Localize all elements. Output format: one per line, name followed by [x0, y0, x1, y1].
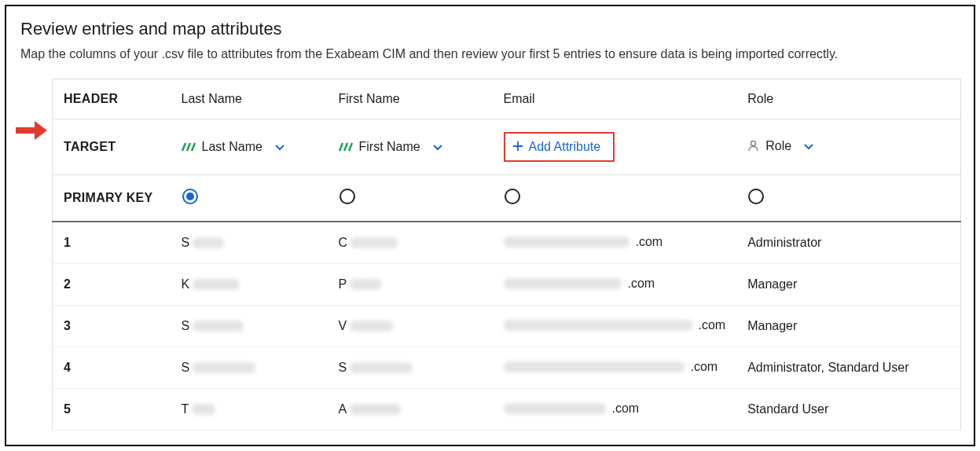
row-index: 4 — [53, 347, 171, 389]
stripes-icon — [339, 142, 353, 152]
target-label: Role — [765, 139, 791, 153]
cell-last-name: K — [182, 277, 240, 292]
header-role: Role — [736, 79, 960, 119]
table-row: 4 S S .com Administrator, Standard User — [53, 347, 961, 389]
plus-icon — [513, 140, 523, 154]
target-row: TARGET Last Name — [53, 119, 961, 175]
cell-first-name: P — [339, 277, 382, 292]
table-row: 5 T A .com Standard User — [53, 389, 961, 431]
svg-point-11 — [749, 189, 763, 204]
header-last-name: Last Name — [171, 79, 328, 119]
cell-last-name: S — [182, 236, 225, 250]
chevron-down-icon — [804, 139, 813, 153]
target-label: Last Name — [202, 140, 262, 154]
primary-key-radio-role[interactable] — [747, 188, 765, 205]
row-index: 1 — [53, 222, 171, 264]
cell-email: .com — [504, 318, 726, 332]
primary-key-row: PRIMARY KEY — [53, 175, 961, 222]
row-index: 2 — [53, 264, 171, 306]
primary-key-row-label: PRIMARY KEY — [53, 175, 171, 222]
cell-email: .com — [504, 402, 640, 416]
svg-point-8 — [186, 192, 194, 200]
add-attribute-label: Add Attribute — [529, 140, 601, 154]
cell-first-name: A — [339, 402, 402, 416]
page-title: Review entries and map attributes — [20, 19, 961, 39]
row-index: 3 — [53, 306, 171, 347]
person-icon — [747, 140, 759, 152]
cell-role: Administrator, Standard User — [736, 347, 960, 389]
chevron-down-icon — [433, 140, 442, 154]
target-label: First Name — [359, 140, 420, 154]
mapping-table: HEADER Last Name First Name Email Role T… — [52, 79, 961, 431]
chevron-down-icon — [275, 140, 284, 154]
target-row-label: TARGET — [53, 119, 171, 175]
cell-last-name: T — [182, 402, 216, 416]
cell-first-name: C — [339, 236, 398, 250]
svg-line-5 — [349, 143, 352, 151]
cell-first-name: V — [339, 319, 394, 333]
cell-first-name: S — [339, 361, 413, 375]
cell-email: .com — [504, 235, 663, 249]
table-row: 1 S C .com Administrator — [53, 222, 961, 264]
primary-key-radio-first-name[interactable] — [339, 188, 356, 205]
header-email: Email — [493, 79, 737, 119]
cell-role: Standard User — [736, 389, 960, 431]
target-select-first-name[interactable]: First Name — [339, 140, 442, 154]
cell-email: .com — [504, 360, 718, 374]
svg-line-4 — [344, 143, 347, 151]
svg-point-9 — [340, 189, 354, 204]
table-row: 3 S V .com Manager — [53, 306, 961, 347]
cell-role: Manager — [736, 306, 960, 347]
table-wrap: HEADER Last Name First Name Email Role T… — [19, 79, 961, 431]
header-row-label: HEADER — [53, 79, 171, 119]
cell-role: Administrator — [736, 222, 960, 264]
svg-line-2 — [192, 143, 195, 151]
table-row: 2 K P .com Manager — [53, 264, 961, 306]
primary-key-radio-email[interactable] — [504, 188, 521, 205]
svg-line-1 — [187, 143, 190, 151]
svg-line-0 — [182, 143, 185, 151]
row-index: 5 — [53, 389, 171, 431]
target-select-last-name[interactable]: Last Name — [182, 140, 284, 154]
stripes-icon — [182, 142, 196, 152]
cell-role: Manager — [736, 264, 960, 306]
add-attribute-button[interactable]: Add Attribute — [504, 132, 615, 162]
cell-last-name: S — [182, 319, 244, 333]
mapping-panel: Review entries and map attributes Map th… — [5, 5, 975, 446]
svg-point-6 — [751, 141, 756, 146]
header-first-name: First Name — [328, 79, 493, 119]
primary-key-radio-last-name[interactable] — [182, 188, 199, 205]
svg-line-3 — [340, 143, 343, 151]
header-row: HEADER Last Name First Name Email Role — [53, 79, 961, 119]
callout-arrow-icon — [14, 119, 49, 141]
cell-email: .com — [504, 277, 655, 291]
cell-last-name: S — [182, 361, 256, 375]
page-subtitle: Map the columns of your .csv file to att… — [20, 47, 961, 61]
target-select-role[interactable]: Role — [747, 139, 813, 153]
svg-point-10 — [505, 189, 519, 204]
